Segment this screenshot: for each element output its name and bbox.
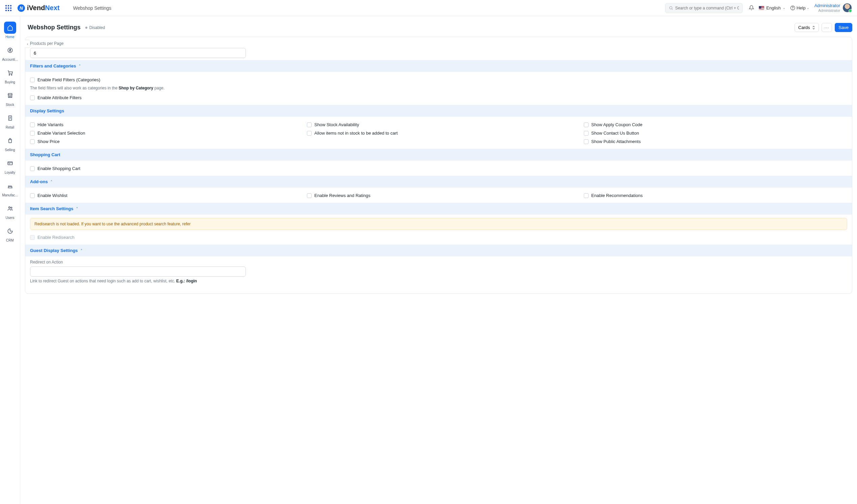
app-switcher-icon[interactable]	[5, 5, 12, 11]
section-title: Item Search Settings	[30, 206, 73, 211]
products-per-page-input[interactable]	[30, 48, 246, 58]
page-title: Webshop Settings	[28, 24, 81, 31]
sidebar-item-users[interactable]: Users	[2, 200, 18, 222]
checkbox-label: Enable Shopping Cart	[37, 166, 80, 171]
enable-reviews-checkbox[interactable]: Enable Reviews and Ratings	[307, 193, 570, 198]
section-search-header[interactable]: Item Search Settings ˄	[25, 203, 852, 215]
sidebar-item-accounting[interactable]: Accounti...	[2, 42, 18, 63]
section-title: Display Settings	[30, 108, 64, 113]
ellipsis-icon: ···	[825, 25, 829, 30]
enable-attribute-filters-checkbox[interactable]: Enable Attribute Filters	[30, 95, 847, 100]
section-display-header[interactable]: Display Settings	[25, 105, 852, 117]
user-name: Administrator	[814, 3, 840, 9]
svg-point-10	[11, 207, 12, 208]
redirect-on-action-input[interactable]	[30, 267, 246, 276]
enable-recommendations-checkbox[interactable]: Enable Recommendations	[584, 193, 847, 198]
checkbox-label: Enable Field Filters (Categories)	[37, 77, 100, 82]
chevron-up-icon: ˄	[79, 64, 81, 68]
checkbox-label: Hide Variants	[37, 122, 63, 127]
checkbox-label: Show Public Attachments	[591, 139, 641, 144]
search-input[interactable]	[675, 6, 739, 11]
logo-mark-icon: N	[18, 4, 25, 12]
cards-label: Cards	[798, 25, 810, 30]
users-icon	[7, 205, 13, 212]
sidebar-label: Retail	[6, 125, 15, 129]
show-public-attachments-checkbox[interactable]: Show Public Attachments	[584, 139, 847, 144]
main-content: Webshop Settings Disabled Cards ··· Save	[20, 16, 857, 504]
help-icon	[790, 5, 795, 11]
sidebar-item-retail[interactable]: Retail	[2, 110, 18, 131]
section-filters-header[interactable]: Filters and Categories ˄	[25, 60, 852, 72]
checkbox-label: Enable Recommendations	[591, 193, 642, 198]
enable-variant-selection-checkbox[interactable]: Enable Variant Selection	[30, 131, 293, 136]
checkbox-label: Enable Wishlist	[37, 193, 67, 198]
more-button[interactable]: ···	[822, 23, 833, 32]
help-menu[interactable]: Help ⌄	[790, 5, 810, 11]
checkbox-label: Show Contact Us Button	[591, 131, 639, 136]
section-guest-header[interactable]: Guest Display Settings ˄	[25, 245, 852, 256]
sidebar-item-home[interactable]: Home	[2, 20, 18, 41]
cards-view-button[interactable]: Cards	[795, 23, 819, 32]
topbar: N iVendNext Webshop Settings English ⌄ H…	[0, 0, 857, 16]
sidebar-item-stock[interactable]: Stock	[2, 87, 18, 108]
allow-oos-cart-checkbox[interactable]: Allow items not in stock to be added to …	[307, 131, 570, 136]
sidebar-item-buying[interactable]: Buying	[2, 65, 18, 86]
avatar	[843, 3, 852, 12]
checkbox-icon	[307, 131, 312, 136]
user-role: Administrator	[814, 9, 840, 13]
checkbox-icon	[584, 139, 589, 144]
show-stock-checkbox[interactable]: Show Stock Availability	[307, 122, 570, 127]
bell-icon[interactable]	[749, 5, 754, 11]
enable-wishlist-checkbox[interactable]: Enable Wishlist	[30, 193, 293, 198]
sidebar-item-loyalty[interactable]: Loyalty	[2, 155, 18, 177]
section-filters-body: Enable Field Filters (Categories) The fi…	[25, 72, 852, 105]
products-per-page-field: Products per Page	[25, 37, 852, 60]
field-label: Redirect on Action	[30, 260, 847, 265]
show-coupon-checkbox[interactable]: Show Apply Coupon Code	[584, 122, 847, 127]
collapse-sidebar-toggle[interactable]: ›	[25, 40, 30, 48]
chevron-down-icon: ⌄	[807, 6, 809, 10]
pie-icon	[7, 228, 13, 234]
checkbox-icon	[30, 122, 35, 127]
language-selector[interactable]: English ⌄	[759, 5, 786, 11]
global-search[interactable]	[665, 3, 743, 13]
svg-point-0	[670, 6, 672, 9]
checkbox-icon	[30, 78, 35, 82]
sidebar-item-crm[interactable]: CRM	[2, 223, 18, 244]
save-label: Save	[838, 25, 848, 30]
sidebar-item-manufacturing[interactable]: Manufac...	[2, 178, 18, 199]
section-addons-header[interactable]: Add-ons ˄	[25, 176, 852, 188]
checkbox-label: Show Stock Availability	[314, 122, 359, 127]
chevron-right-icon: ›	[27, 42, 28, 46]
field-label: Products per Page	[30, 41, 847, 46]
status-badge: Disabled	[85, 25, 105, 30]
sidebar: Home Accounti... Buying Stock Retail Sel…	[0, 16, 20, 504]
show-contact-checkbox[interactable]: Show Contact Us Button	[584, 131, 847, 136]
filters-help-text: The field filters will also work as cate…	[30, 86, 847, 90]
sort-updown-icon	[812, 26, 815, 30]
search-icon	[669, 6, 673, 10]
checkbox-label: Show Price	[37, 139, 60, 144]
show-price-checkbox[interactable]: Show Price	[30, 139, 293, 144]
sidebar-label: Buying	[5, 80, 15, 84]
sidebar-item-selling[interactable]: Selling	[2, 133, 18, 154]
chevron-up-icon: ˄	[81, 249, 82, 252]
hide-variants-checkbox[interactable]: Hide Variants	[30, 122, 293, 127]
section-addons-body: Enable Wishlist Enable Reviews and Ratin…	[25, 188, 852, 203]
section-title: Shopping Cart	[30, 152, 61, 157]
checkbox-icon	[30, 193, 35, 198]
status-dot-icon	[85, 27, 87, 29]
user-menu[interactable]: Administrator Administrator	[814, 3, 852, 13]
redisearch-alert: Redisearch is not loaded. If you want to…	[30, 218, 847, 230]
enable-field-filters-checkbox[interactable]: Enable Field Filters (Categories)	[30, 77, 847, 82]
enable-cart-checkbox[interactable]: Enable Shopping Cart	[30, 166, 847, 171]
save-button[interactable]: Save	[835, 23, 852, 32]
section-cart-header[interactable]: Shopping Cart	[25, 149, 852, 161]
checkbox-icon	[30, 166, 35, 171]
chevron-down-icon: ⌄	[783, 6, 786, 10]
factory-icon	[7, 183, 13, 189]
breadcrumb[interactable]: Webshop Settings	[73, 5, 111, 11]
checkbox-icon	[30, 131, 35, 136]
logo[interactable]: N iVendNext	[18, 4, 60, 12]
receipt-icon	[7, 115, 13, 121]
